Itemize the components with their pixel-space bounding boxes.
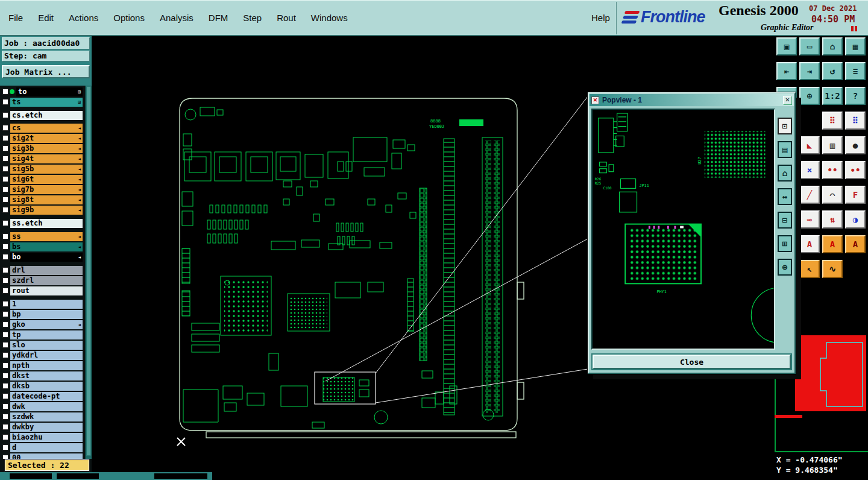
layer-row[interactable]: gko ◄ xyxy=(2,320,92,329)
layer-color-bar[interactable]: sig6t ◄ xyxy=(10,175,83,184)
layer-color-bar[interactable]: cs ◄ xyxy=(10,124,83,133)
layer-visibility-checkbox[interactable] xyxy=(2,186,8,192)
layer-row[interactable]: 1 xyxy=(2,299,92,309)
layer-row[interactable]: sig6t ◄ xyxy=(2,174,92,184)
layer-row[interactable]: biaozhu xyxy=(2,432,92,442)
layer-color-bar[interactable]: slo xyxy=(10,341,83,350)
text-frame-button[interactable]: A xyxy=(845,235,866,253)
layer-row[interactable]: ss ◄ xyxy=(2,232,92,241)
layer-visibility-checkbox[interactable] xyxy=(2,244,8,250)
pan-right-button[interactable]: ⇥ xyxy=(799,62,820,80)
layer-color-bar[interactable]: gko ◄ xyxy=(10,320,83,329)
highlight-pads-button[interactable]: ⠿ xyxy=(845,112,866,130)
layer-color-bar[interactable]: rout xyxy=(10,286,83,295)
layer-color-bar[interactable]: sig9b ◄ xyxy=(10,206,83,215)
minimized-window[interactable] xyxy=(154,473,207,479)
layer-color-bar[interactable]: 00 xyxy=(10,453,83,459)
job-save-button[interactable]: ▣ xyxy=(776,37,797,55)
popview-titlebar[interactable]: ✕ Popview - 1 ✕ xyxy=(590,94,794,106)
layer-visibility-checkbox[interactable] xyxy=(2,311,8,317)
layer-color-bar[interactable]: datecode-pt xyxy=(10,392,83,401)
popview-close-button[interactable]: Close xyxy=(593,355,791,369)
menu-step[interactable]: Step xyxy=(243,13,262,23)
minimized-window[interactable] xyxy=(10,473,52,479)
layer-visibility-checkbox[interactable] xyxy=(2,267,8,273)
layer-color-bar[interactable]: to ⊞ xyxy=(16,87,83,96)
layer-row[interactable]: drl xyxy=(2,265,92,275)
layer-visibility-checkbox[interactable] xyxy=(2,112,8,118)
popview-zoom-box-button[interactable]: ⊡ xyxy=(778,118,792,134)
layer-visibility-checkbox[interactable] xyxy=(2,89,8,95)
popview-zoom-out-button[interactable]: ⊟ xyxy=(778,212,792,229)
layer-color-bar[interactable]: biaozhu xyxy=(10,433,83,442)
layer-visibility-checkbox[interactable] xyxy=(2,301,8,307)
layer-row[interactable]: bs ◄ xyxy=(2,242,92,251)
text-filled-button[interactable]: A xyxy=(822,235,843,253)
layer-list-button[interactable]: ≡ xyxy=(845,62,866,80)
layer-row[interactable]: d xyxy=(2,443,92,452)
layer-row[interactable]: ts ⊞ xyxy=(2,97,92,107)
layer-row[interactable]: ss.etch xyxy=(2,218,92,228)
layer-visibility-checkbox[interactable] xyxy=(2,156,8,162)
layer-visibility-checkbox[interactable] xyxy=(2,145,8,151)
flatten-tool-button[interactable]: F xyxy=(845,186,866,204)
layer-color-bar[interactable]: npth xyxy=(10,361,83,370)
layer-row[interactable]: sig7b ◄ xyxy=(2,185,92,194)
layer-color-bar[interactable]: szdrl xyxy=(10,276,83,285)
layer-row[interactable]: sig5b ◄ xyxy=(2,164,92,174)
popview-home-button[interactable]: ⌂ xyxy=(778,165,792,182)
menu-analysis[interactable]: Analysis xyxy=(160,13,193,23)
layer-color-bar[interactable]: sig4t ◄ xyxy=(10,154,83,163)
layer-color-bar[interactable]: szdwk xyxy=(10,412,83,422)
layer-visibility-checkbox[interactable] xyxy=(2,288,8,294)
grid-toggle-button[interactable]: ▦ xyxy=(845,37,866,55)
layer-row[interactable]: ydkdrl xyxy=(2,350,92,360)
layer-color-bar[interactable]: sig8t ◄ xyxy=(10,195,83,204)
layer-visibility-checkbox[interactable] xyxy=(2,176,8,182)
layer-color-bar[interactable]: ss.etch xyxy=(10,219,83,228)
layer-visibility-checkbox[interactable] xyxy=(2,125,8,131)
erase-tool-button[interactable]: × xyxy=(799,161,820,179)
layer-color-bar[interactable]: bo ◄ xyxy=(10,253,83,262)
layer-visibility-checkbox[interactable] xyxy=(2,393,8,399)
layer-row[interactable]: to ⊞ xyxy=(2,87,92,96)
layer-visibility-checkbox[interactable] xyxy=(2,455,8,459)
layer-row[interactable]: dwkby xyxy=(2,422,92,432)
layer-visibility-checkbox[interactable] xyxy=(2,135,8,141)
view-previous-button[interactable]: ↺ xyxy=(822,62,843,80)
layer-visibility-checkbox[interactable] xyxy=(2,434,8,440)
layer-row[interactable]: bo ◄ xyxy=(2,252,92,262)
corner-tool-button[interactable]: ◣ xyxy=(799,136,820,154)
layer-row[interactable]: szdwk xyxy=(2,412,92,422)
layer-visibility-checkbox[interactable] xyxy=(2,277,8,283)
layer-visibility-checkbox[interactable] xyxy=(2,362,8,368)
measure-line-button[interactable]: ⊸ xyxy=(799,210,820,229)
layer-row[interactable]: dksb xyxy=(2,381,92,391)
highlight-nets-button[interactable]: ⠿ xyxy=(822,112,843,130)
layer-visibility-checkbox[interactable] xyxy=(2,99,8,105)
layer-row[interactable]: rout xyxy=(2,286,92,295)
layer-row[interactable]: cs.etch xyxy=(2,110,92,120)
layer-row[interactable]: cs ◄ xyxy=(2,123,92,133)
context-help-button[interactable]: ? xyxy=(845,87,866,105)
menu-actions[interactable]: Actions xyxy=(69,13,98,23)
layer-scrollbar-thumb[interactable] xyxy=(86,86,91,456)
layer-visibility-checkbox[interactable] xyxy=(2,414,8,420)
layer-row[interactable]: bp xyxy=(2,309,92,319)
layer-row[interactable]: sig2t ◄ xyxy=(2,133,92,143)
layer-visibility-checkbox[interactable] xyxy=(2,166,8,172)
layer-color-bar[interactable]: 1 xyxy=(10,300,83,309)
layer-visibility-checkbox[interactable] xyxy=(2,220,8,226)
pan-left-button[interactable]: ⇤ xyxy=(776,62,797,80)
layer-visibility-checkbox[interactable] xyxy=(2,373,8,379)
rout-path-button[interactable]: ∿ xyxy=(822,260,843,278)
popview-layers-button[interactable]: ▤ xyxy=(778,141,792,158)
zoom-1-2-button[interactable]: 1:2 xyxy=(822,87,843,105)
layer-visibility-checkbox[interactable] xyxy=(2,233,8,239)
layer-color-bar[interactable]: sig2t ◄ xyxy=(10,134,83,143)
layer-color-bar[interactable]: dkst xyxy=(10,371,83,381)
layer-row[interactable]: 00 xyxy=(2,453,92,459)
screen-capture-button[interactable]: ▭ xyxy=(799,37,820,55)
layer-color-bar[interactable]: tp xyxy=(10,330,83,339)
layer-row[interactable]: sig4t ◄ xyxy=(2,154,92,163)
